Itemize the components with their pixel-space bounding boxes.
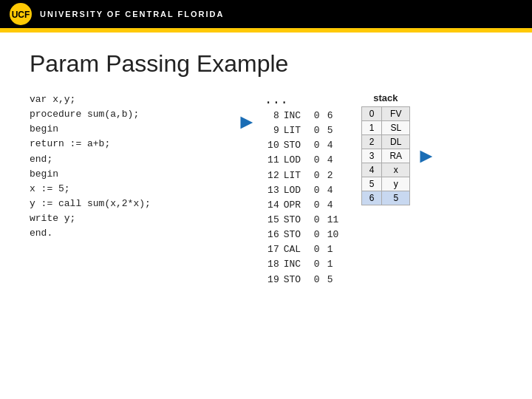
instr-op: INC — [284, 109, 310, 123]
instr-op: STO — [284, 138, 310, 153]
instr-arg2: 4 — [327, 198, 339, 213]
instr-arg1: 0 — [314, 168, 323, 183]
instr-op: OPR — [284, 198, 310, 213]
ucf-logo-icon: UCF — [9, 2, 33, 26]
instr-arg1: 0 — [314, 138, 323, 153]
instr-arg2: 6 — [327, 109, 339, 123]
stack-row: 65 — [361, 191, 409, 205]
instruction-row: 14OPR04 — [265, 198, 339, 213]
stack-value: DL — [382, 135, 410, 149]
stack-index: 3 — [361, 149, 382, 163]
stack-index: 0 — [361, 107, 382, 121]
instruction-row: 15STO011 — [265, 213, 339, 228]
arrow-right-icon: ► — [416, 144, 437, 168]
instr-arg1: 0 — [314, 109, 323, 123]
instr-arg1: 0 — [314, 183, 323, 198]
stack-row: 3RA — [361, 149, 409, 163]
header-bar: UCF UNIVERSITY OF CENTRAL FLORIDA — [0, 0, 532, 28]
instruction-row: 13LOD04 — [265, 183, 339, 198]
code-line: end. — [30, 226, 222, 241]
instr-line: 19 — [265, 273, 279, 287]
instr-line: 15 — [265, 213, 279, 228]
instr-arg2: 5 — [327, 123, 339, 138]
code-line: end; — [30, 152, 222, 167]
code-line: var x,y; — [30, 92, 222, 107]
stack-index: 2 — [361, 135, 382, 149]
arrow-right-container: ► — [416, 92, 437, 168]
stack-value: x — [382, 163, 410, 177]
instruction-row: 9LIT05 — [265, 123, 339, 138]
instr-arg2: 10 — [327, 228, 339, 242]
stack-value: y — [382, 177, 410, 191]
instructions-area: ► ... 8INC069LIT0510STO0411LOD0412LIT021… — [236, 92, 339, 287]
code-line: begin — [30, 122, 222, 137]
instr-op: LOD — [284, 183, 310, 198]
stack-row: 2DL — [361, 135, 409, 149]
instr-arg2: 5 — [327, 273, 339, 287]
instr-op: INC — [284, 257, 310, 272]
instr-op: LIT — [284, 123, 310, 138]
instr-arg2: 2 — [327, 168, 339, 183]
instr-arg1: 0 — [314, 273, 323, 287]
stack-value: SL — [382, 121, 410, 135]
stack-value: 5 — [382, 191, 410, 205]
instr-line: 9 — [265, 123, 279, 138]
instructions-wrapper: ... 8INC069LIT0510STO0411LOD0412LIT0213L… — [265, 92, 339, 287]
stack-index: 4 — [361, 163, 382, 177]
content-area: var x,y;procedure sum(a,b); begin return… — [30, 92, 502, 287]
instr-line: 14 — [265, 198, 279, 213]
instr-arg2: 4 — [327, 153, 339, 168]
stack-value: FV — [382, 107, 410, 121]
instruction-row: 18INC01 — [265, 257, 339, 272]
arrow-left-icon: ► — [236, 110, 257, 134]
instr-op: STO — [284, 273, 310, 287]
stack-row: 4x — [361, 163, 409, 177]
stack-row: 1SL — [361, 121, 409, 135]
stack-table: 0FV1SL2DL3RA4x5y65 — [361, 106, 410, 205]
instr-line: 12 — [265, 168, 279, 183]
instr-line: 8 — [265, 109, 279, 123]
instr-arg2: 4 — [327, 138, 339, 153]
instructions-table: 8INC069LIT0510STO0411LOD0412LIT0213LOD04… — [265, 109, 339, 287]
stack-row: 5y — [361, 177, 409, 191]
instr-op: STO — [284, 213, 310, 228]
main-content: Param Passing Example var x,y;procedure … — [0, 33, 532, 302]
instruction-row: 12LIT02 — [265, 168, 339, 183]
instr-arg2: 1 — [327, 242, 339, 257]
code-line: x := 5; — [30, 182, 222, 197]
stack-area: stack 0FV1SL2DL3RA4x5y65 — [361, 92, 410, 205]
instruction-row: 19STO05 — [265, 273, 339, 287]
instr-arg1: 0 — [314, 123, 323, 138]
instr-arg2: 4 — [327, 183, 339, 198]
instr-line: 18 — [265, 257, 279, 272]
page-title: Param Passing Example — [30, 50, 502, 78]
instruction-row: 17CAL01 — [265, 242, 339, 257]
code-line: procedure sum(a,b); — [30, 107, 222, 122]
stack-index: 1 — [361, 121, 382, 135]
stack-label: stack — [373, 92, 398, 103]
code-line: begin — [30, 167, 222, 182]
code-line: y := call sum(x,2*x); — [30, 197, 222, 211]
instruction-row: 11LOD04 — [265, 153, 339, 168]
instr-op: STO — [284, 228, 310, 242]
instruction-row: 16STO010 — [265, 228, 339, 242]
instr-line: 11 — [265, 153, 279, 168]
code-block: var x,y;procedure sum(a,b); begin return… — [30, 92, 222, 241]
stack-index: 5 — [361, 177, 382, 191]
instr-arg1: 0 — [314, 257, 323, 272]
stack-value: RA — [382, 149, 410, 163]
instruction-row: 10STO04 — [265, 138, 339, 153]
stack-row: 0FV — [361, 107, 409, 121]
instr-arg1: 0 — [314, 153, 323, 168]
svg-text:UCF: UCF — [12, 10, 30, 20]
instr-arg2: 1 — [327, 257, 339, 272]
instr-arg1: 0 — [314, 242, 323, 257]
instr-op: CAL — [284, 242, 310, 257]
instruction-row: 8INC06 — [265, 109, 339, 123]
instr-op: LIT — [284, 168, 310, 183]
header-title: UNIVERSITY OF CENTRAL FLORIDA — [40, 10, 225, 18]
stack-section: stack 0FV1SL2DL3RA4x5y65 ► — [354, 92, 437, 205]
instr-line: 10 — [265, 138, 279, 153]
instr-line: 13 — [265, 183, 279, 198]
instr-arg1: 0 — [314, 228, 323, 242]
